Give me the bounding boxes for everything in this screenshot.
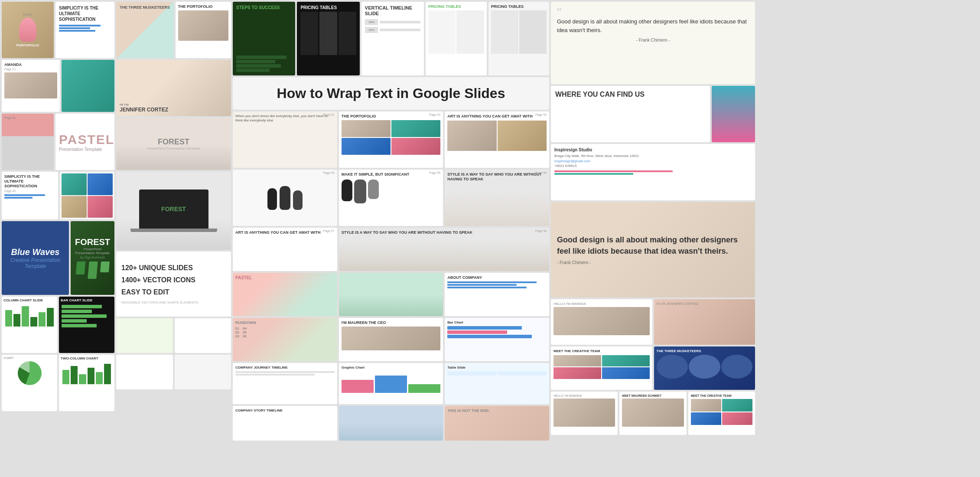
pricing-light-title: PRICING TABLES: [428, 4, 484, 9]
style-way-title: STYLE IS A WAY TO SAY WHO YOU ARE WITHOU…: [447, 172, 547, 182]
inspiresign-title: Inspiresign Studio: [554, 147, 752, 152]
phones-wrap-slide[interactable]: Page 51 When you don't dress like everyb…: [233, 111, 337, 168]
where-find-title: WHERE YOU CAN FIND US: [555, 90, 706, 98]
good-design2-slide[interactable]: Good design is all about making other de…: [551, 202, 755, 297]
art-anything2-slide[interactable]: Page 57 ART IS ANYTHING YOU CAN GET AWAT…: [233, 228, 337, 271]
forest-dark-slide[interactable]: FOREST PowerPoint Presentation Template …: [71, 221, 114, 295]
forest2-title: FOREST: [147, 137, 200, 147]
amanda-label: HELLO I'M AMANDA: [553, 302, 650, 306]
forest-laptop-slide[interactable]: FOREST: [116, 172, 231, 250]
pastel-bottom-slide[interactable]: PASTEL: [233, 273, 337, 316]
meet-creative-slide[interactable]: MEET THE CREATIVE TEAM: [551, 346, 652, 390]
pastel-image-slide[interactable]: Page 31: [2, 114, 54, 170]
about-slide[interactable]: ABOUT COMPANY: [445, 273, 549, 316]
graphic-chart-slide[interactable]: Graphic Chart: [339, 363, 443, 404]
company-story2-title: COMPANY STORY TIMELINE: [235, 408, 335, 412]
three-musk-title: THE THREE MUSKETEERS: [120, 5, 170, 10]
forest-title: FOREST: [75, 237, 110, 247]
simplicity-slide[interactable]: SIMPLICITY IS THE ULTIMATE SOPHISTICATIO…: [55, 2, 114, 58]
style-way-slide[interactable]: Page 56 STYLE IS A WAY TO SAY WHO YOU AR…: [445, 170, 549, 226]
pie-chart-slide[interactable]: CHART: [2, 355, 57, 411]
three-musk-preview-slide[interactable]: THE THREE MUSKETEERS: [116, 2, 174, 58]
amanda-slide[interactable]: AMANDA Page 21: [2, 60, 60, 112]
pastel-bottom-title: PASTEL: [233, 273, 337, 283]
colorful-strip-slide[interactable]: [712, 86, 755, 142]
mini-slide-1[interactable]: [116, 318, 173, 353]
vertical-timeline-slide[interactable]: VERTICAL TIMELINE SLIDE 2000 2010: [361, 2, 424, 75]
inspiresign-address: Braga City Walk, 5th floor, West Java, I…: [554, 154, 752, 158]
right-column: " Good design is all about making other …: [551, 2, 755, 475]
jennifer-label: HI I'M JENNIFER CORTEZ: [657, 302, 753, 306]
portofolio-p2-slide[interactable]: Page 52 THE PORTOFOLIO: [339, 111, 443, 168]
art-anything-slide[interactable]: Page 53 ART IS ANYTHING YOU CAN GET AWAT…: [445, 111, 549, 168]
pricing-tables-slide[interactable]: PRICING TABLES: [297, 2, 359, 75]
watches-slide[interactable]: Page 54: [233, 170, 337, 226]
forest-author: by Olga Kuzminyh: [80, 256, 105, 259]
two-column-chart-slide[interactable]: TWO-COLUMN CHART: [59, 355, 114, 411]
pricing-light2-slide[interactable]: PRICING TABLES: [488, 2, 549, 75]
inspiresign-email: inspiresign@gmail.com: [554, 159, 752, 163]
musketeers-slide[interactable]: [62, 60, 114, 112]
this-not-end-title: THIS IS NOT THE END.: [447, 408, 547, 413]
rundown-slide[interactable]: RUNDOWN 0104 0205 0306: [233, 318, 337, 361]
main-title: How to Wrap Text in Google Slides: [277, 85, 505, 101]
mini-slide-2[interactable]: [175, 318, 231, 353]
make-simple-title: MAKE IT SIMPLE, BUT SIGNIFICANT: [342, 172, 441, 177]
jennifer-slide[interactable]: HI I'M JENNIFER CORTEZ: [116, 60, 231, 116]
jennifer-photo-slide[interactable]: HI I'M JENNIFER CORTEZ: [654, 299, 755, 345]
maureen-ceo-title: I'M MAUREEN THE CEO: [342, 320, 441, 325]
graphic-chart-title: Graphic Chart: [342, 366, 441, 369]
simplicity2-title: SIMPLICITY IS THE ULTIMATE SOPHISTICATIO…: [4, 174, 55, 188]
hello-amanda2-label: HELLO I'M AMANDA: [553, 394, 615, 397]
steps-success-slide[interactable]: STEPS TO SUCCESS: [233, 2, 295, 75]
make-simple-slide[interactable]: Page 55 MAKE IT SIMPLE, BUT SIGNIFICANT: [339, 170, 443, 226]
company-story2-slide[interactable]: COMPANY STORY TIMELINE: [233, 406, 337, 441]
forest2-slide[interactable]: FOREST PowerPoint Presentation Template: [116, 118, 231, 170]
hello-amanda-slide[interactable]: HELLO I'M AMANDA: [551, 299, 652, 345]
pastel-title: PASTEL: [59, 132, 111, 147]
building-slide[interactable]: [339, 406, 443, 441]
mini-slide-3[interactable]: [116, 355, 173, 389]
maureen-ceo-slide[interactable]: I'M MAUREEN THE CEO: [339, 318, 443, 361]
meet-maureen-slide[interactable]: MEET MAUREEN SCHMIDT: [619, 392, 686, 435]
pricing-light-slide[interactable]: PRICING TABLES: [426, 2, 486, 75]
company-journey-slide[interactable]: COMPANY JOURNEY TIMELINE: [233, 363, 337, 404]
blue-waves-subtitle: Creative Presentation Template: [7, 257, 64, 269]
where-find-slide[interactable]: WHERE YOU CAN FIND US: [551, 86, 710, 142]
quote-top-text: Good design is all about making other de…: [557, 17, 749, 34]
meet-creative-bottom-title: MEET THE CREATIVE TEAM: [691, 394, 752, 398]
page-52: Page 52: [429, 113, 440, 116]
column-chart-slide[interactable]: COLUMN CHART SLIDE: [2, 297, 57, 353]
good-design2-text: Good design is all about making other de…: [557, 235, 749, 256]
meet-creative-bottom-slide[interactable]: MEET THE CREATIVE TEAM: [688, 392, 755, 435]
pricing-title: PRICING TABLES: [300, 5, 356, 10]
quote-top-slide[interactable]: " Good design is all about making other …: [551, 2, 755, 84]
page-58-59: Page 58: [535, 229, 547, 232]
feature-resizable: RESIZABLE VECTORS AND SHAPE ELEMENTS: [121, 301, 226, 304]
amanda-title: AMANDA: [4, 62, 57, 67]
this-not-end-slide[interactable]: THIS IS NOT THE END.: [445, 406, 549, 441]
jennifer-name: JENNIFER CORTEZ: [120, 107, 168, 113]
mini-slide-4[interactable]: [175, 355, 231, 389]
inspiresign-slide[interactable]: Inspiresign Studio Braga City Walk, 5th …: [551, 144, 755, 200]
blue-waves-slide[interactable]: Blue Waves Creative Presentation Templat…: [2, 221, 69, 295]
simplicity2-slide[interactable]: SIMPLICITY IS THE ULTIMATE SOPHISTICATIO…: [2, 172, 58, 219]
three-musk-right-title: THE THREE MUSKETEERS: [657, 349, 753, 353]
vertical-timeline-title: VERTICAL TIMELINE SLIDE: [365, 5, 420, 16]
phones-grid-slide[interactable]: [60, 172, 114, 219]
about-title: ABOUT COMPANY: [447, 275, 547, 280]
cactus-slide[interactable]: [339, 273, 443, 316]
bar-chart2-slide[interactable]: Bar Chart: [445, 318, 549, 361]
hello-amanda2-slide[interactable]: HELLO I'M AMANDA: [551, 392, 618, 435]
style2-slide[interactable]: Page 58 STYLE IS A WAY TO SAY WHO YOU AR…: [339, 228, 549, 271]
portfolio-title: PORTOFOLIO: [16, 43, 39, 47]
forest-subtitle: PowerPoint Presentation Template: [74, 247, 111, 255]
pastel-template-slide[interactable]: PASTEL Presentation Template: [55, 114, 114, 170]
three-musk-right-slide[interactable]: THE THREE MUSKETEERS: [654, 346, 755, 390]
portfolio-cover-slide[interactable]: FOLIO PORTOFOLIO: [2, 2, 54, 58]
table-slide[interactable]: Table Slide: [445, 363, 549, 404]
portofolio2-slide[interactable]: THE PORTOFOLIO: [176, 2, 231, 58]
bar-chart2-title: Bar Chart: [447, 320, 547, 324]
quote-top-attribution: - Frank Chimero -: [557, 38, 749, 42]
bar-chart-slide[interactable]: BAR CHART SLIDE: [59, 297, 114, 353]
